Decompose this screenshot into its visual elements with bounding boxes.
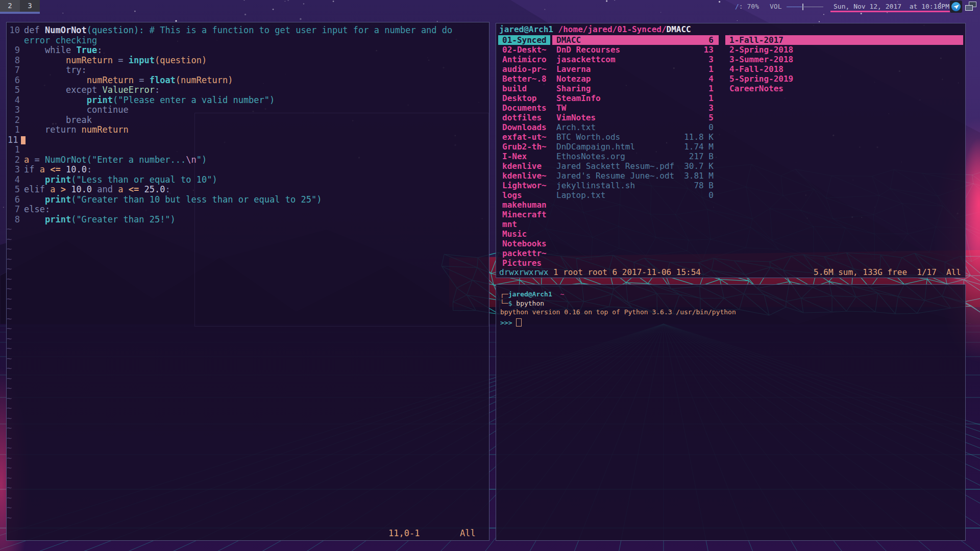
code-line[interactable]: 3 continue bbox=[7, 105, 489, 115]
code-token bbox=[24, 214, 45, 224]
parent-dir-item[interactable]: Music bbox=[498, 229, 550, 239]
preview-item[interactable]: 4-Fall-2018 bbox=[725, 64, 963, 74]
tilde-marker: ~ bbox=[7, 473, 12, 484]
preview-item[interactable]: CareerNotes bbox=[725, 84, 963, 93]
dir-count: 6 bbox=[708, 35, 719, 45]
parent-dir-item[interactable]: Antimicro bbox=[498, 55, 550, 64]
volume-slider[interactable] bbox=[787, 0, 824, 14]
workspace-button-3[interactable]: 3 bbox=[20, 0, 40, 12]
code-token: ValueError bbox=[103, 85, 155, 95]
file-entry[interactable]: BTC Worth.ods11.8 K bbox=[552, 132, 719, 142]
code-line[interactable]: 5 except ValueError: bbox=[7, 85, 489, 95]
code-line[interactable]: 2 break bbox=[7, 115, 489, 126]
code-line[interactable]: 1 bbox=[7, 145, 489, 155]
file-entry[interactable]: Jared Sackett Resum~.pdf30.7 K bbox=[552, 161, 719, 171]
line-number: 10 bbox=[7, 26, 24, 36]
empty-line: ~ bbox=[7, 423, 489, 434]
preview-item[interactable]: 2-Spring-2018 bbox=[725, 45, 963, 55]
terminal-input-line[interactable]: >>> bbox=[500, 317, 736, 326]
preview-item[interactable]: 1-Fall-2017 bbox=[725, 35, 963, 45]
code-line[interactable]: 1 return numReturn bbox=[7, 125, 489, 135]
parent-dir-item[interactable]: Better~.8 bbox=[498, 74, 550, 84]
preview-item[interactable]: 3-Summer-2018 bbox=[725, 55, 963, 64]
file-entry[interactable]: jekyllinstall.sh78 B bbox=[552, 181, 719, 190]
file-entry[interactable]: Arch.txt0 bbox=[552, 122, 719, 132]
code-line[interactable]: 8 print("Greater than 25!") bbox=[7, 215, 489, 225]
empty-line: ~ bbox=[7, 264, 489, 274]
dir-name: Notebooks bbox=[498, 239, 550, 248]
parent-dir-item[interactable]: I-Nex bbox=[498, 152, 550, 161]
paper-plane-icon bbox=[953, 5, 959, 9]
dir-name: 3-Summer-2018 bbox=[725, 55, 963, 64]
code-line[interactable]: 4 print("Less than or equal to 10") bbox=[7, 175, 489, 185]
parent-dir-item[interactable]: logs bbox=[498, 190, 550, 200]
dir-name: logs bbox=[498, 190, 550, 200]
parent-dir-item[interactable]: Minecraft bbox=[498, 210, 550, 219]
parent-dir-item[interactable]: makehuman bbox=[498, 200, 550, 210]
dir-name: Music bbox=[498, 229, 550, 239]
code-line[interactable]: error checking bbox=[7, 36, 489, 46]
displays-icon[interactable] bbox=[965, 1, 977, 13]
parent-dir-item[interactable]: dotfiles bbox=[498, 113, 550, 122]
code-line[interactable]: 9 while True: bbox=[7, 45, 489, 56]
volume-slider-handle[interactable] bbox=[802, 4, 803, 10]
code-token: 25.0 bbox=[144, 184, 165, 194]
code-line[interactable]: 10def NumOrNot(question): # This is a fu… bbox=[7, 26, 489, 36]
parent-dir-item[interactable]: kdenlive bbox=[498, 161, 550, 171]
parent-dir-item[interactable]: Notebooks bbox=[498, 239, 550, 248]
code-line[interactable]: 2a = NumOrNot("Enter a number...\n") bbox=[7, 155, 489, 165]
file-entry[interactable]: EthosNotes.org217 B bbox=[552, 152, 719, 161]
file-entry[interactable]: Notezap4 bbox=[552, 74, 719, 84]
file-entry[interactable]: TW3 bbox=[552, 103, 719, 113]
parent-dir-item[interactable]: Grub2-th~ bbox=[498, 142, 550, 152]
parent-dir-item[interactable]: Downloads bbox=[498, 122, 550, 132]
parent-dir-item[interactable]: audio-pr~ bbox=[498, 64, 550, 74]
file-entry[interactable]: DnDCampaign.html1.74 M bbox=[552, 142, 719, 152]
file-entry[interactable]: jasackettcom3 bbox=[552, 55, 719, 64]
parent-dir-item[interactable]: 01-Synced bbox=[498, 35, 550, 45]
parent-dir-item[interactable]: kdenlive~ bbox=[498, 171, 550, 181]
dir-name: kdenlive bbox=[498, 161, 550, 171]
parent-dir-item[interactable]: packettr~ bbox=[498, 248, 550, 258]
parent-dir-item[interactable]: build bbox=[498, 84, 550, 93]
code-line[interactable]: 4 print("Please enter a valid number") bbox=[7, 95, 489, 106]
file-name: jekyllinstall.sh bbox=[552, 181, 694, 190]
parent-dir-item[interactable]: Lightwor~ bbox=[498, 181, 550, 190]
code-token: = bbox=[134, 75, 150, 85]
code-area[interactable]: 10def NumOrNot(question): # This is a fu… bbox=[7, 26, 489, 523]
file-entry[interactable]: VimNotes5 bbox=[552, 113, 719, 122]
file-manager-window[interactable]: jared@Arch1 /home/jared/01-Synced/DMACC … bbox=[496, 23, 966, 278]
tilde-marker: ~ bbox=[7, 324, 12, 334]
code-line[interactable]: 8 numReturn = input(question) bbox=[7, 56, 489, 66]
code-line[interactable]: 11 bbox=[7, 135, 489, 145]
workspace-button-2[interactable]: 2 bbox=[0, 0, 20, 12]
parent-dir-item[interactable]: Pictures bbox=[498, 258, 550, 268]
code-token: >>> bbox=[500, 319, 516, 327]
file-entry[interactable]: Jared's Resume June~.odt3.81 M bbox=[552, 171, 719, 181]
terminal-window[interactable]: ┌─jared@Arch1 ~└─$ bpythonbpython versio… bbox=[496, 284, 966, 541]
file-entry[interactable]: SteamInfo1 bbox=[552, 93, 719, 103]
code-line[interactable]: 5elif a > 10.0 and a <= 25.0: bbox=[7, 185, 489, 195]
code-line[interactable]: 7 try: bbox=[7, 65, 489, 76]
dir-name: exfat-ut~ bbox=[498, 132, 550, 142]
code-line[interactable]: 7else: bbox=[7, 205, 489, 215]
file-entry[interactable]: DnD Recourses13 bbox=[552, 45, 719, 55]
code-line[interactable]: 6 print("Greater than 10 but less than o… bbox=[7, 195, 489, 205]
file-entry[interactable]: Laptop.txt0 bbox=[552, 190, 719, 200]
parent-dir-item[interactable]: Documents bbox=[498, 103, 550, 113]
file-entry[interactable]: Laverna1 bbox=[552, 64, 719, 74]
parent-dir-item[interactable]: 02-Deskt~ bbox=[498, 45, 550, 55]
parent-dir-item[interactable]: mnt bbox=[498, 219, 550, 229]
line-number: 8 bbox=[7, 56, 24, 66]
dir-name: Better~.8 bbox=[498, 74, 550, 84]
code-line[interactable]: 6 numReturn = float(numReturn) bbox=[7, 76, 489, 86]
parent-dir-item[interactable]: Desktop bbox=[498, 93, 550, 103]
file-entry[interactable]: DMACC6 bbox=[552, 35, 719, 45]
file-entry[interactable]: Sharing1 bbox=[552, 84, 719, 93]
telegram-icon[interactable] bbox=[950, 1, 962, 13]
empty-line: ~ bbox=[7, 384, 489, 394]
parent-dir-item[interactable]: exfat-ut~ bbox=[498, 132, 550, 142]
preview-item[interactable]: 5-Spring-2019 bbox=[725, 74, 963, 84]
code-line[interactable]: 3if a <= 10.0: bbox=[7, 165, 489, 175]
editor-window[interactable]: 10def NumOrNot(question): # This is a fu… bbox=[6, 22, 489, 541]
